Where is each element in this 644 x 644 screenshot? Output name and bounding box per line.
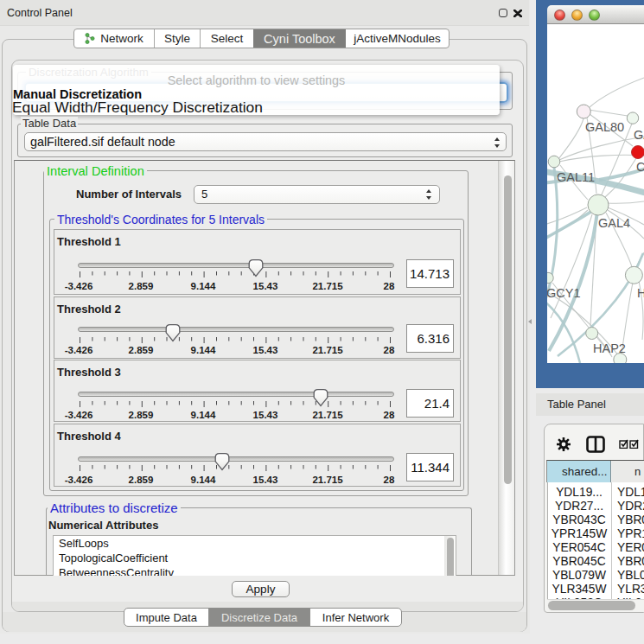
svg-text:GCY1: GCY1 bbox=[547, 286, 581, 300]
svg-text:GAL80: GAL80 bbox=[585, 120, 624, 134]
svg-text:H: H bbox=[637, 286, 644, 300]
svg-text:GAL11: GAL11 bbox=[557, 170, 595, 184]
svg-text:C: C bbox=[636, 160, 644, 174]
svg-text:GA: GA bbox=[634, 128, 644, 142]
svg-text:HAP2: HAP2 bbox=[593, 341, 626, 355]
svg-text:GAL4: GAL4 bbox=[598, 216, 630, 230]
